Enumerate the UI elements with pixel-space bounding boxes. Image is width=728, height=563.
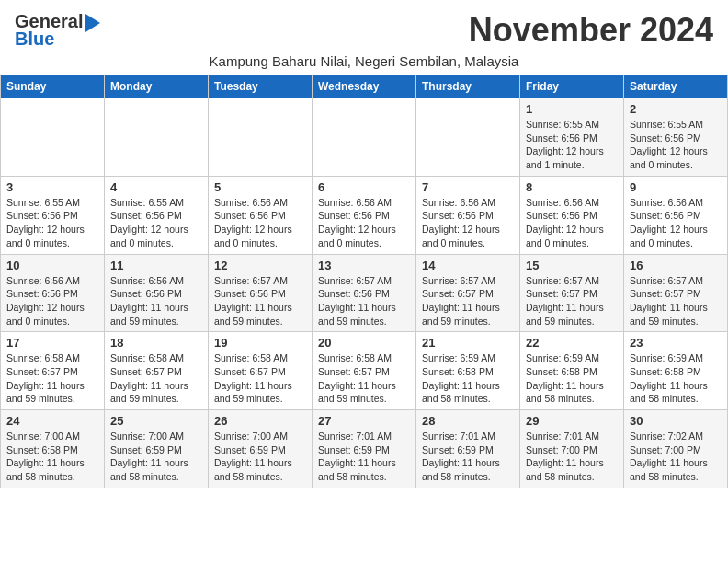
day-info: Sunrise: 6:57 AMSunset: 6:56 PMDaylight:… xyxy=(318,274,410,328)
day-info: Sunrise: 7:00 AMSunset: 6:58 PMDaylight:… xyxy=(6,430,98,484)
day-info: Sunrise: 6:56 AMSunset: 6:56 PMDaylight:… xyxy=(630,196,722,250)
day-cell: 15Sunrise: 6:57 AMSunset: 6:57 PMDayligh… xyxy=(520,254,624,332)
day-number: 1 xyxy=(526,102,618,116)
week-row-1: 1Sunrise: 6:55 AMSunset: 6:56 PMDaylight… xyxy=(1,98,728,177)
col-friday: Friday xyxy=(520,75,624,98)
day-info: Sunrise: 6:55 AMSunset: 6:56 PMDaylight:… xyxy=(110,196,202,250)
day-number: 8 xyxy=(526,180,618,194)
week-row-5: 24Sunrise: 7:00 AMSunset: 6:58 PMDayligh… xyxy=(1,410,728,488)
day-number: 2 xyxy=(630,102,722,116)
day-number: 5 xyxy=(214,180,306,194)
day-info: Sunrise: 6:55 AMSunset: 6:56 PMDaylight:… xyxy=(526,118,618,172)
day-cell xyxy=(1,98,105,177)
col-thursday: Thursday xyxy=(416,75,520,98)
day-number: 15 xyxy=(526,259,618,272)
day-cell xyxy=(209,98,313,177)
day-number: 13 xyxy=(318,259,410,272)
day-cell: 20Sunrise: 6:58 AMSunset: 6:57 PMDayligh… xyxy=(313,332,416,410)
day-info: Sunrise: 6:57 AMSunset: 6:57 PMDaylight:… xyxy=(630,274,722,328)
day-info: Sunrise: 7:01 AMSunset: 6:59 PMDaylight:… xyxy=(318,430,410,484)
day-info: Sunrise: 6:57 AMSunset: 6:56 PMDaylight:… xyxy=(214,274,306,328)
day-info: Sunrise: 7:01 AMSunset: 6:59 PMDaylight:… xyxy=(422,430,514,484)
day-cell: 5Sunrise: 6:56 AMSunset: 6:56 PMDaylight… xyxy=(209,176,313,254)
day-info: Sunrise: 7:00 AMSunset: 6:59 PMDaylight:… xyxy=(110,430,202,484)
day-number: 21 xyxy=(422,336,514,350)
day-cell: 12Sunrise: 6:57 AMSunset: 6:56 PMDayligh… xyxy=(209,254,313,332)
day-info: Sunrise: 6:59 AMSunset: 6:58 PMDaylight:… xyxy=(422,351,514,406)
col-sunday: Sunday xyxy=(1,75,105,98)
day-info: Sunrise: 6:59 AMSunset: 6:58 PMDaylight:… xyxy=(630,351,722,406)
day-cell: 19Sunrise: 6:58 AMSunset: 6:57 PMDayligh… xyxy=(209,332,313,410)
day-info: Sunrise: 7:01 AMSunset: 7:00 PMDaylight:… xyxy=(526,430,618,484)
day-cell xyxy=(313,98,416,177)
day-number: 7 xyxy=(422,180,514,194)
day-info: Sunrise: 6:57 AMSunset: 6:57 PMDaylight:… xyxy=(526,274,618,328)
day-info: Sunrise: 6:59 AMSunset: 6:58 PMDaylight:… xyxy=(526,351,618,406)
day-number: 19 xyxy=(214,336,306,350)
month-title: November 2024 xyxy=(469,11,713,50)
day-number: 24 xyxy=(6,414,98,428)
day-cell: 3Sunrise: 6:55 AMSunset: 6:56 PMDaylight… xyxy=(1,176,105,254)
calendar-header-row: Sunday Monday Tuesday Wednesday Thursday… xyxy=(1,75,728,98)
col-wednesday: Wednesday xyxy=(313,75,416,98)
day-cell: 8Sunrise: 6:56 AMSunset: 6:56 PMDaylight… xyxy=(520,176,624,254)
col-tuesday: Tuesday xyxy=(209,75,313,98)
day-info: Sunrise: 6:55 AMSunset: 6:56 PMDaylight:… xyxy=(6,196,98,250)
week-row-2: 3Sunrise: 6:55 AMSunset: 6:56 PMDaylight… xyxy=(1,176,728,254)
day-cell: 23Sunrise: 6:59 AMSunset: 6:58 PMDayligh… xyxy=(624,332,728,410)
location-subtitle: Kampung Baharu Nilai, Negeri Sembilan, M… xyxy=(0,53,728,75)
day-cell: 22Sunrise: 6:59 AMSunset: 6:58 PMDayligh… xyxy=(520,332,624,410)
day-cell: 29Sunrise: 7:01 AMSunset: 7:00 PMDayligh… xyxy=(520,410,624,488)
day-info: Sunrise: 6:55 AMSunset: 6:56 PMDaylight:… xyxy=(630,118,722,172)
day-cell: 13Sunrise: 6:57 AMSunset: 6:56 PMDayligh… xyxy=(313,254,416,332)
day-cell: 16Sunrise: 6:57 AMSunset: 6:57 PMDayligh… xyxy=(624,254,728,332)
day-number: 29 xyxy=(526,414,618,428)
day-number: 25 xyxy=(110,414,202,428)
day-number: 12 xyxy=(214,259,306,272)
day-number: 10 xyxy=(6,259,98,272)
day-number: 16 xyxy=(630,259,722,272)
day-info: Sunrise: 6:58 AMSunset: 6:57 PMDaylight:… xyxy=(318,351,410,406)
day-info: Sunrise: 6:56 AMSunset: 6:56 PMDaylight:… xyxy=(214,196,306,250)
day-number: 17 xyxy=(6,336,98,350)
week-row-4: 17Sunrise: 6:58 AMSunset: 6:57 PMDayligh… xyxy=(1,332,728,410)
day-cell: 17Sunrise: 6:58 AMSunset: 6:57 PMDayligh… xyxy=(1,332,105,410)
week-row-3: 10Sunrise: 6:56 AMSunset: 6:56 PMDayligh… xyxy=(1,254,728,332)
day-cell: 11Sunrise: 6:56 AMSunset: 6:56 PMDayligh… xyxy=(105,254,209,332)
day-cell: 4Sunrise: 6:55 AMSunset: 6:56 PMDaylight… xyxy=(105,176,209,254)
day-number: 14 xyxy=(422,259,514,272)
day-number: 3 xyxy=(6,180,98,194)
day-cell: 9Sunrise: 6:56 AMSunset: 6:56 PMDaylight… xyxy=(624,176,728,254)
day-number: 28 xyxy=(422,414,514,428)
day-cell: 2Sunrise: 6:55 AMSunset: 6:56 PMDaylight… xyxy=(624,98,728,177)
day-cell: 27Sunrise: 7:01 AMSunset: 6:59 PMDayligh… xyxy=(313,410,416,488)
day-info: Sunrise: 7:02 AMSunset: 7:00 PMDaylight:… xyxy=(630,430,722,484)
col-monday: Monday xyxy=(105,75,209,98)
logo: General Blue xyxy=(15,11,100,50)
day-number: 4 xyxy=(110,180,202,194)
calendar-table: Sunday Monday Tuesday Wednesday Thursday… xyxy=(0,75,728,488)
logo-blue-text: Blue xyxy=(15,29,54,50)
day-cell: 26Sunrise: 7:00 AMSunset: 6:59 PMDayligh… xyxy=(209,410,313,488)
day-number: 6 xyxy=(318,180,410,194)
day-cell xyxy=(105,98,209,177)
day-info: Sunrise: 7:00 AMSunset: 6:59 PMDaylight:… xyxy=(214,430,306,484)
day-number: 30 xyxy=(630,414,722,428)
day-info: Sunrise: 6:56 AMSunset: 6:56 PMDaylight:… xyxy=(526,196,618,250)
day-cell: 6Sunrise: 6:56 AMSunset: 6:56 PMDaylight… xyxy=(313,176,416,254)
day-info: Sunrise: 6:56 AMSunset: 6:56 PMDaylight:… xyxy=(110,274,202,328)
day-cell xyxy=(416,98,520,177)
day-info: Sunrise: 6:56 AMSunset: 6:56 PMDaylight:… xyxy=(6,274,98,328)
day-cell: 30Sunrise: 7:02 AMSunset: 7:00 PMDayligh… xyxy=(624,410,728,488)
day-cell: 25Sunrise: 7:00 AMSunset: 6:59 PMDayligh… xyxy=(105,410,209,488)
day-cell: 7Sunrise: 6:56 AMSunset: 6:56 PMDaylight… xyxy=(416,176,520,254)
day-cell: 28Sunrise: 7:01 AMSunset: 6:59 PMDayligh… xyxy=(416,410,520,488)
logo-arrow-icon xyxy=(85,14,100,32)
day-number: 11 xyxy=(110,259,202,272)
day-info: Sunrise: 6:57 AMSunset: 6:57 PMDaylight:… xyxy=(422,274,514,328)
day-cell: 14Sunrise: 6:57 AMSunset: 6:57 PMDayligh… xyxy=(416,254,520,332)
day-number: 9 xyxy=(630,180,722,194)
day-cell: 1Sunrise: 6:55 AMSunset: 6:56 PMDaylight… xyxy=(520,98,624,177)
day-number: 18 xyxy=(110,336,202,350)
day-cell: 18Sunrise: 6:58 AMSunset: 6:57 PMDayligh… xyxy=(105,332,209,410)
